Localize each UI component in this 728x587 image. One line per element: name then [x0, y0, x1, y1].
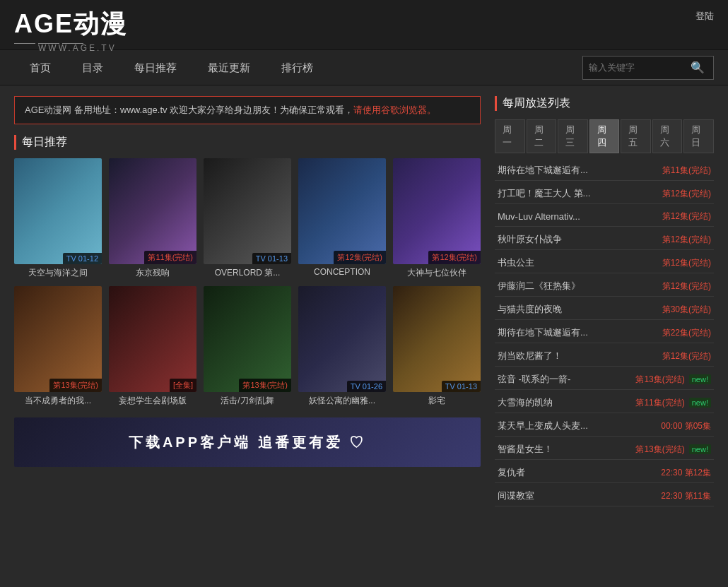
daily-section-title: 每日推荐: [14, 135, 481, 150]
anime-badge: 第12集(完结): [428, 251, 481, 264]
anime-badge: 第13集(完结): [49, 379, 102, 392]
weekly-list-item[interactable]: 复仇者 22:30 第12集: [495, 463, 714, 483]
weekly-anime-name: 秋叶原女仆战争: [498, 233, 657, 246]
anime-image: [204, 286, 291, 392]
left-column: AGE动漫网 备用地址：www.age.tv 欢迎大家分享给身边朋友！为确保正常…: [14, 96, 481, 506]
weekly-section-title: 每周放送列表: [495, 96, 714, 111]
anime-thumbnail: TV 01-13: [204, 158, 291, 264]
new-badge: new!: [689, 444, 711, 454]
weekly-list-item[interactable]: 书虫公主 第12集(完结): [495, 253, 714, 273]
anime-card[interactable]: TV 01-13 影宅: [393, 286, 481, 407]
anime-card[interactable]: [全集] 妄想学生会剧场版: [109, 286, 196, 407]
app-banner[interactable]: 下载APP客户端 追番更有爱 ♡: [14, 417, 481, 467]
nav-item-ranking[interactable]: 排行榜: [266, 50, 329, 85]
anime-card[interactable]: 第13集(完结) 活击/刀剑乱舞: [204, 286, 291, 407]
weekly-tab-周日[interactable]: 周日: [683, 119, 714, 153]
alert-highlight: 请使用谷歌浏览器。: [353, 105, 436, 115]
weekly-list-item[interactable]: 打工吧！魔王大人 第... 第12集(完结): [495, 184, 714, 204]
weekly-anime-name: Muv-Luv Alternativ...: [498, 211, 657, 222]
search-input[interactable]: [589, 62, 688, 73]
anime-grid: TV 01-12 天空与海洋之间 第11集(完结) 东京残响 TV 01-13 …: [14, 158, 481, 407]
anime-thumbnail: TV 01-12: [14, 158, 102, 264]
anime-card[interactable]: 第11集(完结) 东京残响: [109, 158, 196, 279]
logo-line-left: [14, 43, 35, 44]
anime-card[interactable]: TV 01-12 天空与海洋之间: [14, 158, 102, 279]
anime-thumbnail: TV 01-26: [298, 286, 386, 392]
login-link[interactable]: 登陆: [695, 7, 714, 23]
weekly-episode: 00:00 第05集: [661, 420, 711, 432]
weekly-list-item[interactable]: 伊藤润二《狂热集》 第12集(完结): [495, 276, 714, 297]
weekly-list-item[interactable]: 智酱是女生！ 第13集(完结) new!: [495, 439, 714, 460]
anime-thumbnail: 第13集(完结): [204, 286, 291, 392]
anime-card[interactable]: 第12集(完结) 大神与七位伙伴: [393, 158, 481, 279]
logo-line-right: [62, 43, 83, 44]
anime-image: [393, 158, 481, 264]
weekly-list-item[interactable]: 某天早上变成人头麦... 00:00 第05集: [495, 416, 714, 437]
nav-item-catalog[interactable]: 目录: [66, 50, 119, 85]
weekly-anime-name: 弦音 -联系的一箭-: [498, 373, 630, 386]
weekly-tab-周二[interactable]: 周二: [527, 119, 557, 153]
nav-links: 首页 目录 每日推荐 最近更新 排行榜: [14, 50, 582, 85]
anime-badge: TV 01-12: [63, 253, 102, 264]
anime-image: [109, 158, 196, 264]
main-content: AGE动漫网 备用地址：www.age.tv 欢迎大家分享给身边朋友！为确保正常…: [0, 85, 728, 517]
weekly-list-item[interactable]: 期待在地下城邂逅有... 第11集(完结): [495, 160, 714, 181]
weekly-episode: 第12集(完结): [662, 211, 711, 223]
search-button[interactable]: 🔍: [688, 61, 708, 74]
weekly-list-item[interactable]: 大雪海的凯纳 第11集(完结) new!: [495, 393, 714, 413]
header: AGE动漫 WWW.AGE.TV 登陆: [0, 0, 728, 50]
nav-item-daily[interactable]: 每日推荐: [119, 50, 192, 85]
nav-item-home[interactable]: 首页: [14, 50, 66, 85]
weekly-tab-周三[interactable]: 周三: [558, 119, 588, 153]
right-column: 每周放送列表 周一周二周三周四周五周六周日 期待在地下城邂逅有... 第11集(…: [495, 96, 714, 506]
anime-image: [298, 286, 386, 392]
weekly-anime-name: 与猫共度的夜晚: [498, 303, 657, 316]
weekly-anime-name: 打工吧！魔王大人 第...: [498, 187, 657, 200]
anime-image: [298, 158, 386, 264]
anime-badge: TV 01-13: [442, 381, 481, 392]
anime-image: [14, 286, 102, 392]
logo-sub: WWW.AGE.TV: [14, 43, 127, 44]
header-top: AGE动漫 WWW.AGE.TV 登陆: [14, 7, 714, 49]
anime-badge: 第12集(完结): [334, 251, 386, 264]
weekly-tab-周六[interactable]: 周六: [652, 119, 683, 153]
weekly-tab-周一[interactable]: 周一: [495, 119, 525, 153]
banner-text: 下载APP客户端 追番更有爱 ♡: [129, 433, 366, 452]
weekly-list-item[interactable]: 与猫共度的夜晚 第30集(完结): [495, 300, 714, 320]
weekly-list-item[interactable]: 弦音 -联系的一箭- 第13集(完结) new!: [495, 369, 714, 390]
weekly-list-item[interactable]: Muv-Luv Alternativ... 第12集(完结): [495, 207, 714, 227]
nav-item-recent[interactable]: 最近更新: [192, 50, 266, 85]
anime-image: [393, 286, 481, 392]
weekly-anime-name: 智酱是女生！: [498, 443, 630, 456]
anime-card[interactable]: 第12集(完结) CONCEPTION: [298, 158, 386, 279]
weekly-list-item[interactable]: 别当欧尼酱了！ 第12集(完结): [495, 346, 714, 367]
weekly-tab-周四[interactable]: 周四: [589, 119, 620, 153]
weekly-episode: 第12集(完结): [662, 188, 711, 200]
alert-text1: AGE动漫网 备用地址：www.age.tv 欢迎大家分享给身边朋友！为确保正常…: [25, 105, 353, 115]
anime-thumbnail: 第12集(完结): [393, 158, 481, 264]
weekly-anime-name: 复仇者: [498, 466, 655, 479]
anime-name: 天空与海洋之间: [14, 267, 102, 279]
weekly-tabs: 周一周二周三周四周五周六周日: [495, 119, 714, 153]
anime-card[interactable]: 第13集(完结) 当不成勇者的我...: [14, 286, 102, 407]
anime-badge: TV 01-26: [347, 381, 386, 392]
weekly-anime-name: 大雪海的凯纳: [498, 396, 630, 409]
weekly-anime-name: 某天早上变成人头麦...: [498, 420, 655, 432]
anime-thumbnail: [全集]: [109, 286, 196, 392]
anime-name: 大神与七位伙伴: [393, 267, 481, 279]
anime-card[interactable]: TV 01-13 OVERLORD 第...: [204, 158, 291, 279]
weekly-episode: 第12集(完结): [662, 234, 711, 246]
anime-thumbnail: 第12集(完结): [298, 158, 386, 264]
weekly-episode: 第12集(完结): [662, 280, 711, 292]
weekly-episode: 第22集(完结): [662, 327, 711, 339]
weekly-list-item[interactable]: 期待在地下城邂逅有... 第22集(完结): [495, 323, 714, 343]
weekly-anime-name: 期待在地下城邂逅有...: [498, 326, 657, 339]
weekly-list-item[interactable]: 秋叶原女仆战争 第12集(完结): [495, 230, 714, 250]
weekly-list: 期待在地下城邂逅有... 第11集(完结) 打工吧！魔王大人 第... 第12集…: [495, 160, 714, 506]
weekly-tab-周五[interactable]: 周五: [621, 119, 651, 153]
weekly-list-item[interactable]: 间谍教室 22:30 第11集: [495, 486, 714, 506]
logo-block: AGE动漫 WWW.AGE.TV: [14, 7, 127, 44]
new-badge: new!: [689, 398, 711, 408]
anime-card[interactable]: TV 01-26 妖怪公寓的幽雅...: [298, 286, 386, 407]
logo-title: AGE动漫: [14, 7, 127, 42]
